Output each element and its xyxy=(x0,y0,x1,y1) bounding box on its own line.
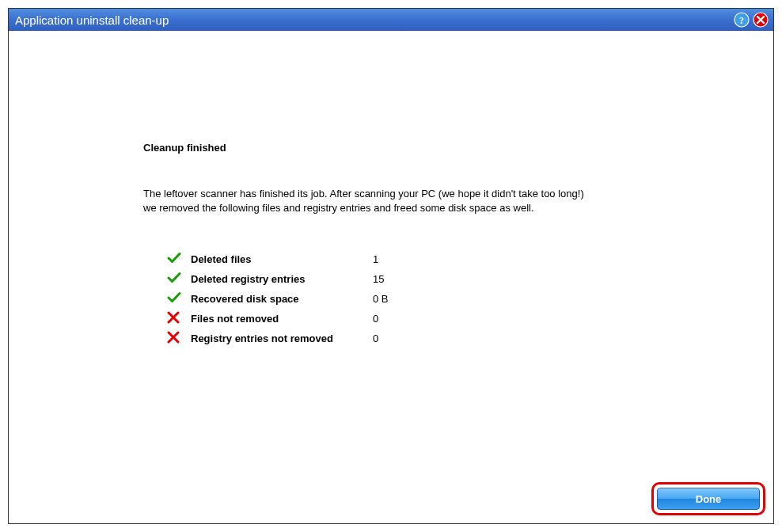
stat-value: 1 xyxy=(373,252,389,267)
close-icon[interactable] xyxy=(753,12,769,28)
check-icon xyxy=(143,252,191,267)
stats-list: Deleted files 1 Deleted registry entries… xyxy=(143,247,389,351)
stat-value: 15 xyxy=(373,272,389,287)
page-heading: Cleanup finished xyxy=(143,142,773,154)
description-line-1: The leftover scanner has finished its jo… xyxy=(143,188,584,200)
dialog-window: Application uninstall clean-up ? Cleanup… xyxy=(8,8,774,524)
stat-recovered-space: Recovered disk space 0 B xyxy=(143,291,389,306)
content-area: Cleanup finished The leftover scanner ha… xyxy=(9,31,773,523)
stat-value: 0 xyxy=(373,331,389,346)
done-button[interactable]: Done xyxy=(657,488,760,510)
stat-label: Recovered disk space xyxy=(191,291,373,306)
check-icon xyxy=(143,291,191,306)
stat-deleted-registry: Deleted registry entries 15 xyxy=(143,272,389,287)
svg-text:?: ? xyxy=(739,15,744,26)
stat-label: Registry entries not removed xyxy=(191,331,373,346)
stat-value: 0 B xyxy=(373,291,389,306)
stat-label: Files not removed xyxy=(191,311,373,326)
stat-deleted-files: Deleted files 1 xyxy=(143,252,389,267)
stat-registry-not-removed: Registry entries not removed 0 xyxy=(143,331,389,346)
done-button-highlight: Done xyxy=(651,482,765,515)
titlebar: Application uninstall clean-up ? xyxy=(9,9,773,31)
stat-label: Deleted files xyxy=(191,252,373,267)
stat-label: Deleted registry entries xyxy=(191,272,373,287)
window-title: Application uninstall clean-up xyxy=(15,13,731,27)
cross-icon xyxy=(143,311,191,326)
check-icon xyxy=(143,272,191,287)
stat-value: 0 xyxy=(373,311,389,326)
help-icon[interactable]: ? xyxy=(734,12,750,28)
description-text: The leftover scanner has finished its jo… xyxy=(143,187,666,215)
description-line-2: we removed the following files and regis… xyxy=(143,202,534,214)
stat-files-not-removed: Files not removed 0 xyxy=(143,311,389,326)
cross-icon xyxy=(143,331,191,346)
